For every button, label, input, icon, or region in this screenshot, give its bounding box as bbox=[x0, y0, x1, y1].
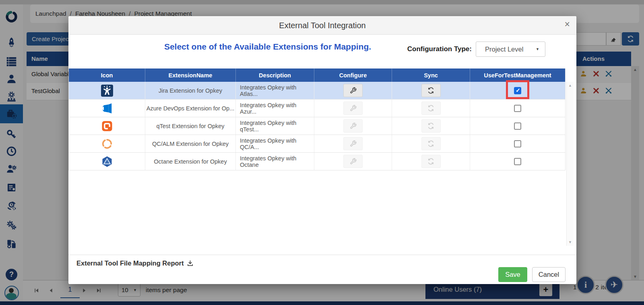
sync-icon bbox=[427, 140, 434, 147]
extension-name: Azure DevOps Extension for Op... bbox=[145, 100, 235, 117]
sync-button[interactable] bbox=[421, 102, 441, 115]
scroll-down-icon[interactable]: ▼ bbox=[568, 240, 572, 244]
dialog-title: External Tool Integration bbox=[68, 21, 576, 30]
configure-button[interactable] bbox=[343, 137, 363, 150]
scroll-up-icon[interactable]: ▲ bbox=[568, 83, 572, 87]
sync-button[interactable] bbox=[421, 119, 441, 133]
app-screen: Launchpad / Fareha Nousheen / Project Ma… bbox=[0, 0, 644, 305]
column-header-extension-name: ExtensionName bbox=[145, 68, 235, 82]
extension-name: qTest Extension for Opkey bbox=[145, 117, 235, 135]
extensions-table-header: Icon ExtensionName Description Configure… bbox=[69, 68, 565, 82]
configure-button[interactable] bbox=[343, 84, 363, 97]
column-header-description: Description bbox=[235, 68, 314, 82]
wrench-icon bbox=[350, 122, 357, 129]
extension-description: Integrates Opkey with Octane bbox=[235, 153, 314, 170]
column-header-configure: Configure bbox=[314, 68, 392, 82]
configuration-type-label: Configuration Type: bbox=[382, 45, 472, 53]
use-for-test-management-checkbox[interactable] bbox=[514, 140, 521, 147]
column-header-icon: Icon bbox=[69, 68, 145, 82]
extension-description: Integrates Opkey with QC/A... bbox=[235, 135, 314, 152]
azure-devops-icon bbox=[101, 102, 113, 114]
configuration-type-value: Project Level bbox=[485, 46, 523, 53]
extension-row-jira[interactable]: Jira Extension for Opkey Integrates Opke… bbox=[69, 82, 565, 100]
configure-button[interactable] bbox=[343, 155, 363, 168]
annotation-highlight bbox=[506, 80, 529, 99]
extension-row-qtest[interactable]: qTest Extension for Opkey Integrates Opk… bbox=[69, 117, 565, 135]
extension-description: Integrates Opkey with qTest... bbox=[235, 117, 314, 135]
report-download-link[interactable]: External Tool File Mapping Report bbox=[76, 259, 194, 267]
extension-description: Integrates Opkey with Azur... bbox=[235, 100, 314, 117]
sync-icon bbox=[427, 87, 434, 94]
extension-description: Integrates Opkey with Atlas... bbox=[235, 82, 314, 99]
jira-icon bbox=[101, 85, 113, 97]
close-icon[interactable]: × bbox=[565, 20, 570, 29]
download-icon bbox=[187, 260, 194, 267]
sync-button[interactable] bbox=[421, 137, 441, 150]
use-for-test-management-checkbox[interactable] bbox=[514, 158, 521, 165]
save-button[interactable]: Save bbox=[498, 267, 527, 282]
extension-row-octane[interactable]: Octane Extension for Opkey Integrates Op… bbox=[69, 153, 565, 170]
chevron-down-icon: ▼ bbox=[536, 47, 539, 51]
wrench-icon bbox=[350, 158, 357, 165]
cancel-button[interactable]: Cancel bbox=[532, 267, 566, 282]
configuration-type-select[interactable]: Project Level ▼ bbox=[476, 41, 545, 57]
configure-button[interactable] bbox=[343, 102, 363, 115]
extension-name: Jira Extension for Opkey bbox=[145, 82, 235, 99]
external-tool-integration-dialog: External Tool Integration × Select one o… bbox=[68, 16, 576, 284]
dialog-header: External Tool Integration × bbox=[68, 16, 576, 35]
configure-button[interactable] bbox=[343, 119, 363, 133]
wrench-icon bbox=[350, 105, 357, 112]
report-link-label: External Tool File Mapping Report bbox=[76, 259, 184, 267]
use-for-test-management-checkbox[interactable] bbox=[514, 122, 521, 130]
sync-icon bbox=[427, 105, 434, 112]
extensions-table: Icon ExtensionName Description Configure… bbox=[68, 68, 566, 170]
footer-divider bbox=[68, 255, 576, 255]
column-header-sync: Sync bbox=[392, 68, 470, 82]
extension-row-qc-alm[interactable]: QC/ALM Extension for Opkey Integrates Op… bbox=[69, 135, 565, 153]
sync-button[interactable] bbox=[421, 84, 441, 97]
qtest-icon bbox=[101, 120, 113, 132]
sync-icon bbox=[427, 158, 434, 165]
wrench-icon bbox=[350, 87, 357, 94]
sync-button[interactable] bbox=[421, 155, 441, 168]
wrench-icon bbox=[350, 140, 357, 147]
extension-name: QC/ALM Extension for Opkey bbox=[145, 135, 235, 152]
sync-icon bbox=[427, 122, 434, 129]
dialog-table-scrollbar[interactable]: ▲ ▼ bbox=[566, 82, 574, 246]
extension-name: Octane Extension for Opkey bbox=[145, 153, 235, 170]
qc-alm-icon bbox=[101, 138, 113, 150]
extension-row-azure-devops[interactable]: Azure DevOps Extension for Op... Integra… bbox=[69, 100, 565, 117]
octane-icon bbox=[101, 156, 113, 168]
use-for-test-management-checkbox[interactable] bbox=[514, 105, 521, 112]
